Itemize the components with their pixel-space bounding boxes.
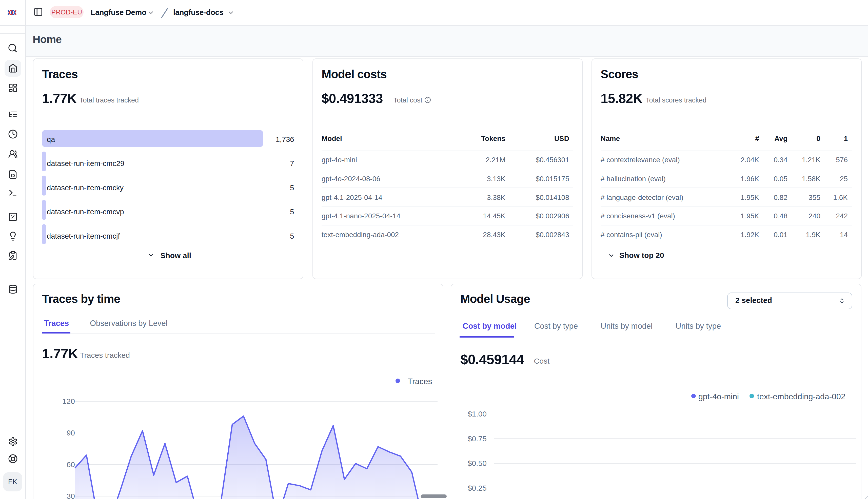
svg-text:$1.00: $1.00 — [468, 410, 487, 418]
svg-text:60: 60 — [67, 460, 75, 468]
svg-text:90: 90 — [67, 429, 75, 437]
svg-text:$0.50: $0.50 — [468, 459, 487, 467]
svg-text:120: 120 — [62, 397, 75, 405]
svg-text:$0.25: $0.25 — [468, 484, 487, 492]
svg-text:$0.75: $0.75 — [468, 435, 487, 443]
svg-text:30: 30 — [67, 492, 75, 499]
